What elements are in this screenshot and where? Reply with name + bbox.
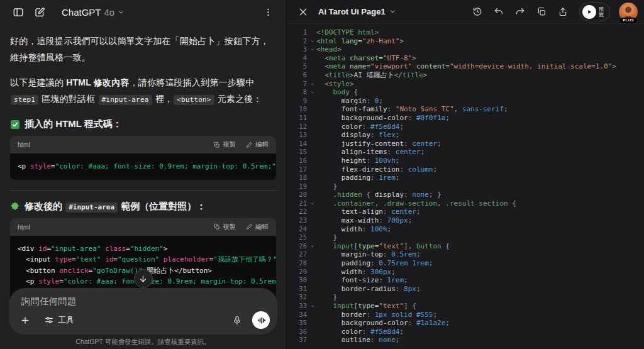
fold-toggle-icon[interactable] xyxy=(307,302,316,311)
new-chat-button[interactable] xyxy=(30,3,49,21)
editor-code-text: width: 300px; xyxy=(316,268,396,277)
tools-label: 工具 xyxy=(58,314,74,326)
options-menu-button[interactable] xyxy=(258,3,277,21)
waveform-icon xyxy=(257,316,266,325)
line-number: 19 xyxy=(287,182,307,191)
editor-line: 33input[type="text"] { xyxy=(287,302,644,311)
scroll-to-bottom-button[interactable] xyxy=(134,269,153,288)
editor-line: 4<meta charset="UTF-8"> xyxy=(287,54,644,63)
editor-line: 9margin: 0; xyxy=(287,97,644,106)
editor-code-text: input[type="text"] { xyxy=(316,302,416,311)
editor-code-text: <html lang="zh-Hant"> xyxy=(316,37,404,46)
attach-button[interactable] xyxy=(16,311,34,329)
editor-line: 5<meta name="viewport" content="width=de… xyxy=(287,62,644,71)
plus-icon xyxy=(20,314,30,326)
fold-gutter xyxy=(307,148,316,157)
edit-code-button[interactable]: 編輯 xyxy=(246,223,269,231)
close-canvas-button[interactable] xyxy=(294,3,312,21)
editor-line: 1<!DOCTYPE html> xyxy=(287,28,644,37)
disclaimer-text: ChatGPT 可能會發生錯誤。請查核重要資訊。 xyxy=(75,338,211,346)
check-mark-icon xyxy=(10,119,20,130)
undo-button[interactable] xyxy=(490,3,508,21)
line-number: 31 xyxy=(287,285,307,294)
fold-gutter xyxy=(307,293,316,302)
tools-button[interactable]: 工具 xyxy=(40,314,78,326)
editor-line: 32} xyxy=(287,293,644,302)
sidebar-toggle-button[interactable] xyxy=(9,3,28,21)
version-history-button[interactable] xyxy=(469,3,486,21)
editor-code-text: padding: 1rem; xyxy=(316,174,399,182)
editor-line: 25} xyxy=(287,233,644,242)
editor-line: 3<head> xyxy=(287,45,644,54)
chat-input[interactable] xyxy=(20,296,266,307)
copy-code-button[interactable]: 複製 xyxy=(213,140,236,149)
history-icon xyxy=(472,6,482,17)
user-avatar[interactable]: PLUS xyxy=(619,3,638,21)
editor-line: 26input[type="text"], button { xyxy=(287,242,644,251)
fold-gutter xyxy=(307,123,316,131)
editor-line: 27margin-top: 0.5rem; xyxy=(287,250,644,259)
microphone-icon xyxy=(232,315,242,326)
message-composer[interactable]: 工具 xyxy=(9,288,277,335)
disclaimer-bar: ChatGPT 可能會發生錯誤。請查核重要資訊。 xyxy=(0,335,286,349)
line-number: 1 xyxy=(287,28,307,37)
editor-line: 18padding: 1rem; xyxy=(287,174,644,182)
line-number: 29 xyxy=(287,268,307,277)
editor-line: 28padding: 0.75rem 1rem; xyxy=(287,259,644,268)
fold-toggle-icon[interactable] xyxy=(307,242,316,251)
copy-canvas-button[interactable] xyxy=(533,3,550,21)
voice-mode-button[interactable] xyxy=(252,311,270,329)
preview-button[interactable]: 預覽 xyxy=(579,3,610,21)
app-window: ChatGPT 4o 好的，這段提示我們可以以簡單文字加在「開始占卜」按鈕下方，… xyxy=(0,0,644,349)
redo-icon xyxy=(515,6,525,17)
editor-line: 14justify-content: center; xyxy=(287,140,644,148)
editor-code-text: .container, .draw-section, .result-secti… xyxy=(316,199,516,208)
editor-code-text: <title>AI 塔羅占卜</title> xyxy=(316,71,427,80)
fold-toggle-icon[interactable] xyxy=(307,199,316,208)
fold-toggle-icon[interactable] xyxy=(307,80,316,89)
editor-code-text: border-radius: 8px; xyxy=(316,285,421,294)
share-button[interactable] xyxy=(554,3,572,21)
line-number: 2 xyxy=(287,37,307,46)
editor-line: 23max-width: 700px; xyxy=(287,216,644,225)
line-number: 14 xyxy=(287,140,307,148)
redo-button[interactable] xyxy=(511,3,529,21)
chat-panel: ChatGPT 4o 好的，這段提示我們可以以簡單文字加在「開始占卜」按鈕下方，… xyxy=(0,0,286,349)
edit-code-button[interactable]: 編輯 xyxy=(246,140,269,149)
fold-toggle-icon[interactable] xyxy=(307,88,316,97)
line-number: 21 xyxy=(287,199,307,208)
editor-line: 37outline: none; xyxy=(287,336,644,345)
editor-line: 22text-align: center; xyxy=(287,208,644,216)
canvas-header: Ai Tarot Ui Page1 xyxy=(287,0,644,24)
editor-code-text: body { xyxy=(316,88,358,97)
fold-toggle-icon[interactable] xyxy=(307,45,316,54)
message-divider xyxy=(10,190,276,191)
fold-gutter xyxy=(307,336,316,345)
editor-line: 35background-color: #1a1a2e; xyxy=(287,319,644,328)
canvas-title-dropdown[interactable]: Ai Tarot Ui Page1 xyxy=(318,7,396,16)
line-number: 5 xyxy=(287,62,307,71)
fold-gutter xyxy=(307,259,316,268)
fold-toggle-icon[interactable] xyxy=(307,37,316,46)
line-number: 15 xyxy=(287,148,307,157)
model-switcher[interactable]: ChatGPT 4o xyxy=(57,4,130,20)
code-editor[interactable]: 1<!DOCTYPE html>2<html lang="zh-Hant">3<… xyxy=(287,24,644,349)
sliders-icon xyxy=(44,315,54,325)
line-number: 25 xyxy=(287,233,307,242)
line-number: 10 xyxy=(287,105,307,114)
copy-icon xyxy=(213,141,220,148)
code-content: <p style="color: #aaa; font-size: 0.9rem… xyxy=(10,153,276,180)
arrow-down-icon xyxy=(138,274,148,284)
fold-gutter xyxy=(307,319,316,328)
mic-button[interactable] xyxy=(228,311,246,329)
copy-code-button[interactable]: 複製 xyxy=(213,223,236,231)
undo-icon xyxy=(494,6,504,17)
fold-gutter xyxy=(307,233,316,242)
line-number: 6 xyxy=(287,71,307,80)
line-number: 20 xyxy=(287,191,307,199)
line-number: 16 xyxy=(287,157,307,165)
editor-code-text: width: 100%; xyxy=(316,225,391,234)
assistant-paragraph: 好的，這段提示我們可以以簡單文字加在「開始占卜」按鈕下方，維持整體風格一致。 xyxy=(10,33,276,65)
kebab-icon xyxy=(263,7,274,18)
editor-code-text: padding: 0.75rem 1rem; xyxy=(316,259,433,268)
